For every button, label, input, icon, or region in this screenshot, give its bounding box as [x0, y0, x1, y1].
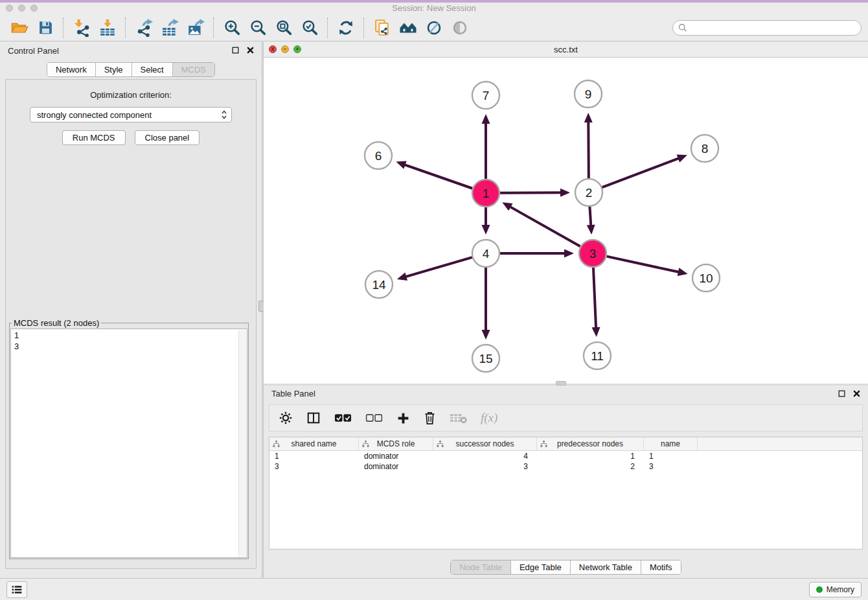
graph-edge-1-2[interactable]: [500, 189, 570, 197]
table-cell[interactable]: dominator: [359, 461, 433, 472]
hide-selected-button[interactable]: [421, 16, 447, 40]
graph-node-15[interactable]: 15: [472, 345, 499, 372]
memory-button[interactable]: Memory: [809, 582, 862, 597]
table-cell[interactable]: 1: [644, 451, 698, 461]
graph-edge-2-8[interactable]: [602, 155, 687, 188]
tab-edge-table[interactable]: Edge Table: [511, 560, 571, 574]
graph-edge-3-11[interactable]: [592, 268, 600, 337]
create-column-button[interactable]: [396, 411, 410, 425]
maximize-view-button[interactable]: +: [293, 45, 301, 53]
select-all-columns-button[interactable]: [334, 413, 352, 422]
show-column-button[interactable]: [306, 411, 321, 425]
zoom-selected-button[interactable]: [297, 16, 323, 40]
column-header-predecessor-nodes[interactable]: predecessor nodes: [537, 437, 644, 450]
graph-edge-4-14[interactable]: [397, 257, 472, 281]
table-row[interactable]: 3dominator323: [269, 461, 862, 472]
window-titlebar: Session: New Session: [0, 3, 868, 14]
horizontal-splitter-handle[interactable]: [556, 381, 566, 386]
minimize-view-button[interactable]: −: [281, 45, 289, 53]
graph-node-9[interactable]: 9: [575, 80, 602, 108]
close-panel-button[interactable]: [247, 45, 254, 56]
graph-node-11[interactable]: 11: [584, 342, 611, 369]
minimize-window-button[interactable]: [18, 5, 25, 12]
table-cell[interactable]: 2: [537, 461, 644, 472]
column-header-successor-nodes[interactable]: successor nodes: [433, 437, 537, 450]
result-scrollbar[interactable]: [238, 330, 246, 557]
table-cell[interactable]: 3: [433, 461, 537, 472]
graph-node-6[interactable]: 6: [365, 142, 392, 169]
delete-column-button[interactable]: [424, 411, 436, 425]
new-network-from-selection-button[interactable]: [369, 16, 395, 40]
search-box[interactable]: [672, 20, 862, 36]
export-table-button[interactable]: [157, 16, 183, 40]
tab-node-table[interactable]: Node Table: [451, 560, 511, 574]
task-history-button[interactable]: [6, 581, 27, 598]
table-cell[interactable]: dominator: [359, 451, 433, 461]
import-table-button[interactable]: [95, 16, 120, 40]
graph-edge-1-4[interactable]: [482, 207, 490, 235]
search-input[interactable]: [691, 22, 856, 33]
graph-node-10[interactable]: 10: [692, 264, 720, 292]
float-table-panel-button[interactable]: [838, 388, 845, 400]
graph-edge-1-7[interactable]: [482, 114, 490, 179]
first-neighbors-button[interactable]: [395, 16, 421, 40]
graph-edge-3-10[interactable]: [606, 257, 687, 276]
table-cell[interactable]: 3: [644, 461, 698, 472]
tab-mcds[interactable]: MCDS: [173, 63, 214, 76]
open-session-button[interactable]: [6, 16, 32, 40]
tab-network-table[interactable]: Network Table: [571, 560, 641, 574]
network-canvas[interactable]: 7968124314101511: [264, 58, 868, 384]
select-stepper-icon: [221, 110, 227, 120]
run-mcds-button[interactable]: Run MCDS: [62, 130, 126, 145]
column-header-shared-name[interactable]: shared name: [269, 437, 359, 450]
column-header-mcds-role[interactable]: MCDS role: [359, 437, 433, 450]
graph-edge-3-1[interactable]: [502, 202, 580, 246]
show-all-button[interactable]: [447, 16, 473, 40]
graph-node-7[interactable]: 7: [472, 82, 499, 109]
table-cell[interactable]: 1: [269, 451, 359, 461]
graph-edge-2-3[interactable]: [587, 207, 595, 235]
close-window-button[interactable]: [6, 5, 13, 12]
tab-select[interactable]: Select: [132, 63, 173, 76]
graph-node-8[interactable]: 8: [691, 135, 718, 162]
delete-table-button-disabled[interactable]: [450, 411, 467, 424]
apply-layout-button[interactable]: [333, 16, 359, 40]
graph-node-1[interactable]: 1: [472, 179, 499, 207]
zoom-fit-button[interactable]: [271, 16, 297, 40]
export-image-button[interactable]: [183, 16, 209, 40]
float-panel-button[interactable]: [232, 45, 239, 56]
tab-motifs[interactable]: Motifs: [641, 560, 681, 574]
import-network-button[interactable]: [69, 16, 95, 40]
mcds-result-area[interactable]: 1 3: [10, 329, 247, 558]
zoom-out-button[interactable]: [245, 16, 271, 40]
graph-edge-1-6[interactable]: [396, 161, 472, 188]
close-table-panel-button[interactable]: [853, 388, 860, 400]
table-row[interactable]: 1dominator411: [269, 451, 862, 461]
graph-edge-2-9[interactable]: [584, 113, 593, 178]
table-settings-button[interactable]: [279, 411, 293, 425]
table-cell[interactable]: 4: [433, 451, 537, 461]
unselect-all-columns-button[interactable]: [365, 413, 383, 422]
svg-text:4: 4: [483, 247, 490, 260]
graph-node-14[interactable]: 14: [365, 271, 393, 298]
graph-edge-4-15[interactable]: [482, 268, 490, 340]
toolbar-separator: [327, 17, 328, 38]
graph-edge-4-3[interactable]: [500, 249, 574, 258]
function-builder-button-disabled[interactable]: f(x): [481, 411, 497, 425]
graph-node-3[interactable]: 3: [579, 240, 606, 267]
zoom-in-button[interactable]: [219, 16, 245, 40]
table-cell[interactable]: 1: [537, 451, 644, 461]
graph-node-4[interactable]: 4: [472, 240, 499, 267]
export-network-button[interactable]: [131, 16, 157, 40]
tab-style[interactable]: Style: [96, 63, 132, 76]
tab-network[interactable]: Network: [47, 63, 96, 76]
column-header-name[interactable]: name: [644, 437, 698, 450]
close-view-button[interactable]: x: [269, 45, 277, 53]
criterion-select[interactable]: strongly connected component: [30, 107, 232, 122]
save-session-button[interactable]: [32, 16, 58, 40]
graph-node-2[interactable]: 2: [575, 179, 602, 206]
maximize-window-button[interactable]: [30, 5, 38, 12]
table-cell[interactable]: 3: [269, 461, 359, 472]
control-panel: Control Panel NetworkStyleSelectMCDS Opt…: [0, 42, 262, 578]
close-panel-action-button[interactable]: Close panel: [135, 130, 200, 145]
